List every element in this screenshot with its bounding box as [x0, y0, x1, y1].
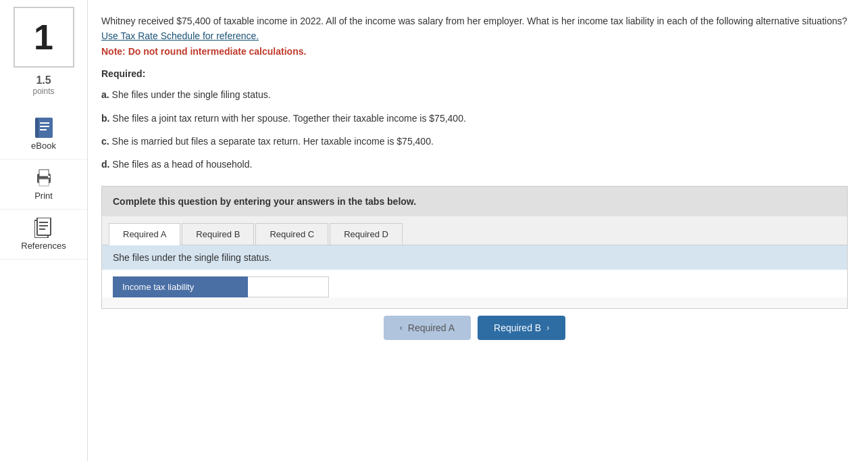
sidebar-item-print[interactable]: Print [0, 160, 87, 210]
svg-rect-6 [39, 170, 49, 176]
svg-rect-4 [40, 129, 47, 130]
tax-rate-link[interactable]: Use Tax Rate Schedule for reference. [101, 30, 259, 41]
svg-rect-1 [35, 118, 39, 138]
income-tax-input[interactable] [248, 276, 329, 297]
answer-section: Complete this question by entering your … [101, 186, 848, 309]
question-number-box: 1 [14, 7, 74, 68]
next-button[interactable]: Required B › [478, 316, 565, 340]
references-label: References [21, 241, 66, 251]
svg-rect-7 [39, 179, 49, 186]
print-icon [34, 168, 54, 188]
part-b-letter: b. [101, 113, 109, 124]
part-d-letter: d. [101, 159, 109, 170]
input-row: Income tax liability [113, 276, 329, 297]
nav-buttons: ‹ Required A Required B › [101, 309, 848, 354]
tab-required-b[interactable]: Required B [182, 223, 254, 245]
note-text: Note: Do not round intermediate calculat… [101, 46, 306, 57]
answer-header: Complete this question by entering your … [102, 187, 847, 216]
references-icon [34, 218, 54, 238]
tab-required-a[interactable]: Required A [109, 223, 180, 245]
question-part-a: a. She files under the single filing sta… [101, 87, 848, 102]
svg-rect-12 [39, 225, 48, 226]
prev-button[interactable]: ‹ Required A [384, 316, 471, 340]
svg-rect-0 [37, 118, 53, 138]
ebook-label: eBook [31, 141, 56, 151]
tabs-container: Required A Required B Required C Require… [102, 216, 847, 245]
prev-button-label: Required A [408, 322, 455, 333]
required-label: Required: [101, 68, 848, 79]
question-part-d: d. She files as a head of household. [101, 157, 848, 172]
question-number: 1 [34, 17, 53, 57]
svg-rect-3 [40, 126, 49, 127]
sidebar: 1 1.5 points eBook [0, 0, 88, 461]
book-icon [34, 118, 54, 138]
points-value: 1.5 [32, 74, 54, 87]
tab-description: She files under the single filing status… [102, 245, 847, 270]
sidebar-item-references[interactable]: References [0, 210, 87, 260]
question-part-b: b. She files a joint tax return with her… [101, 111, 848, 126]
input-label: Income tax liability [113, 276, 248, 297]
points-label: points [32, 87, 54, 96]
part-d-text: She files as a head of household. [112, 159, 252, 170]
tab-required-c[interactable]: Required C [255, 223, 328, 245]
part-c-text: She is married but files a separate tax … [112, 136, 434, 147]
svg-rect-2 [40, 122, 49, 124]
part-a-letter: a. [101, 89, 109, 100]
next-button-label: Required B [494, 322, 541, 333]
svg-rect-13 [39, 228, 45, 230]
next-chevron-icon: › [546, 323, 549, 333]
points-section: 1.5 points [32, 74, 54, 96]
print-label: Print [34, 191, 53, 201]
main-content: Whitney received $75,400 of taxable inco… [88, 0, 868, 461]
part-b-text: She files a joint tax return with her sp… [112, 113, 466, 124]
sidebar-item-ebook[interactable]: eBook [0, 110, 87, 160]
svg-rect-8 [48, 176, 50, 178]
question-part-c: c. She is married but files a separate t… [101, 134, 848, 149]
prev-chevron-icon: ‹ [400, 323, 403, 333]
svg-rect-11 [39, 222, 48, 223]
question-body: Whitney received $75,400 of taxable inco… [101, 14, 848, 59]
tab-content: She files under the single filing status… [102, 245, 847, 297]
tab-required-d[interactable]: Required D [330, 223, 403, 245]
part-c-letter: c. [101, 136, 109, 147]
part-a-text: She files under the single filing status… [112, 89, 271, 100]
